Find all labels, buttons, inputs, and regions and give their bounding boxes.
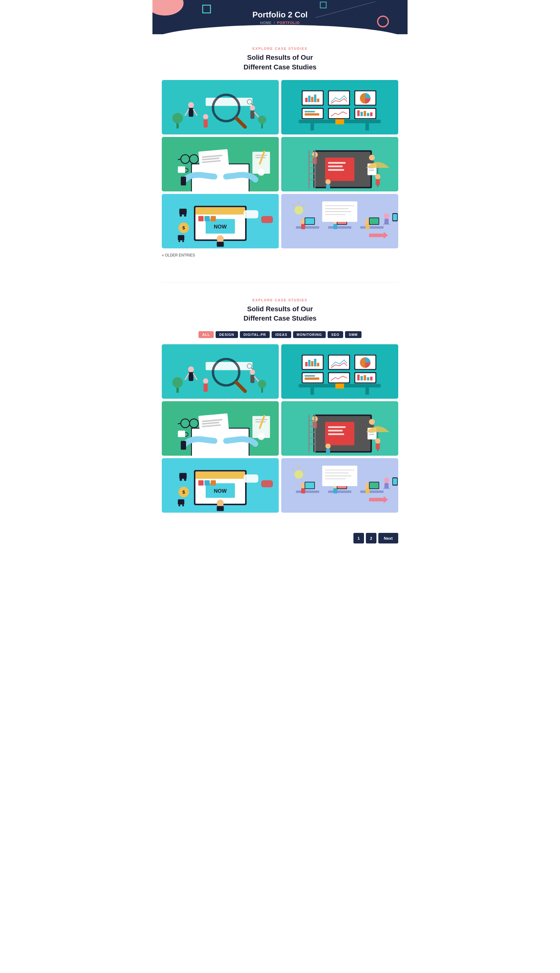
page-header: Portfolio 2 Col HOME / PORTFOLIO <box>152 0 408 34</box>
svg-rect-40 <box>305 111 315 112</box>
svg-rect-27 <box>305 98 308 102</box>
svg-point-232 <box>369 419 375 425</box>
card-search-1[interactable] <box>162 80 279 134</box>
svg-rect-250 <box>204 480 210 486</box>
svg-rect-49 <box>370 112 373 116</box>
svg-rect-259 <box>243 474 258 482</box>
svg-rect-113 <box>178 235 185 240</box>
svg-rect-0 <box>162 82 279 133</box>
svg-rect-22 <box>365 123 369 130</box>
filter-monitoring[interactable]: MONITORING <box>293 331 326 338</box>
svg-rect-31 <box>317 98 320 102</box>
svg-point-10 <box>203 114 208 119</box>
svg-rect-170 <box>310 387 314 395</box>
svg-rect-289 <box>369 498 383 501</box>
card-team-1[interactable] <box>281 194 398 249</box>
svg-rect-197 <box>367 377 369 381</box>
svg-rect-178 <box>311 361 313 366</box>
card-tasks-1[interactable] <box>281 137 398 192</box>
filter-seo[interactable]: SEO <box>328 331 343 338</box>
svg-rect-102 <box>204 216 210 221</box>
section1-subtitle: EXPLORE CASE STUDIES <box>162 47 398 50</box>
svg-rect-277 <box>365 488 370 494</box>
svg-rect-117 <box>296 226 319 229</box>
svg-rect-124 <box>333 224 337 229</box>
svg-rect-39 <box>305 113 319 115</box>
page-title: Portfolio 2 Col <box>252 10 308 20</box>
svg-point-253 <box>180 479 182 481</box>
card-analytics-2[interactable] <box>281 344 398 399</box>
svg-rect-251 <box>211 480 216 486</box>
svg-rect-111 <box>243 210 258 218</box>
svg-text:NOW: NOW <box>214 224 227 229</box>
svg-rect-47 <box>364 111 366 116</box>
blob-decoration <box>152 0 183 15</box>
svg-rect-239 <box>326 449 330 454</box>
card-ecommerce-1[interactable]: NOW $ <box>162 194 279 249</box>
svg-rect-45 <box>357 110 360 116</box>
svg-rect-73 <box>328 165 343 167</box>
svg-rect-260 <box>261 480 273 487</box>
svg-point-6 <box>188 102 194 108</box>
svg-rect-267 <box>301 488 305 494</box>
svg-rect-270 <box>328 491 351 493</box>
svg-rect-46 <box>361 112 363 116</box>
svg-rect-149 <box>162 346 279 397</box>
svg-point-159 <box>203 379 208 384</box>
card-search-2[interactable] <box>162 344 279 399</box>
svg-rect-196 <box>364 375 366 381</box>
filter-all[interactable]: ALL <box>198 331 213 338</box>
svg-point-16 <box>172 113 183 123</box>
svg-text:$: $ <box>182 225 185 230</box>
portfolio-grid-1: NOW $ <box>162 80 398 249</box>
svg-rect-173 <box>335 383 344 389</box>
card-typing-2[interactable] <box>162 401 279 456</box>
svg-text:NOW: NOW <box>214 488 227 494</box>
card-team-2[interactable] <box>281 458 398 512</box>
svg-rect-110 <box>217 242 224 247</box>
card-tasks-2[interactable] <box>281 401 398 456</box>
page-2-button[interactable]: 2 <box>366 533 377 544</box>
breadcrumb-home[interactable]: HOME <box>260 21 272 25</box>
filter-digital-pr[interactable]: DIGITAL-PR <box>240 331 270 338</box>
svg-rect-141 <box>369 234 383 237</box>
filter-smm[interactable]: SMM <box>345 331 362 338</box>
svg-rect-53 <box>198 149 230 187</box>
svg-point-254 <box>184 479 187 481</box>
pagination: 1 2 Next <box>152 527 408 553</box>
svg-rect-29 <box>311 97 313 102</box>
card-analytics-1[interactable] <box>281 80 398 134</box>
filter-ideas[interactable]: IDEAS <box>272 331 291 338</box>
svg-point-84 <box>369 155 375 160</box>
svg-rect-94 <box>376 179 380 185</box>
svg-rect-48 <box>367 113 369 116</box>
svg-rect-162 <box>250 375 255 383</box>
section2-title: Solid Results of Our Different Case Stud… <box>162 304 398 324</box>
next-page-button[interactable]: Next <box>378 533 398 544</box>
svg-rect-246 <box>195 472 245 479</box>
card-ecommerce-2[interactable]: NOW $ <box>162 458 279 512</box>
square-decoration <box>320 2 327 8</box>
svg-rect-65 <box>255 155 267 156</box>
svg-rect-176 <box>305 362 308 366</box>
svg-rect-214 <box>255 421 266 423</box>
svg-rect-148 <box>393 214 397 220</box>
page-1-button[interactable]: 1 <box>353 533 364 544</box>
svg-point-106 <box>184 214 187 217</box>
svg-rect-129 <box>365 224 370 229</box>
older-entries[interactable]: « OLDER ENTRIES <box>162 253 398 257</box>
svg-point-93 <box>375 174 380 179</box>
circle-pink-decoration <box>377 15 389 27</box>
card-typing-1[interactable] <box>162 137 279 192</box>
svg-rect-112 <box>261 216 273 223</box>
svg-rect-195 <box>361 376 363 381</box>
svg-rect-144 <box>385 219 388 224</box>
svg-rect-180 <box>317 363 320 366</box>
filter-design[interactable]: DESIGN <box>216 331 238 338</box>
svg-rect-30 <box>314 94 317 102</box>
svg-rect-91 <box>326 184 330 190</box>
portfolio-grid-2: NOW $ <box>162 344 398 512</box>
svg-rect-198 <box>370 377 373 381</box>
svg-rect-213 <box>255 419 267 420</box>
svg-rect-21 <box>310 123 314 130</box>
